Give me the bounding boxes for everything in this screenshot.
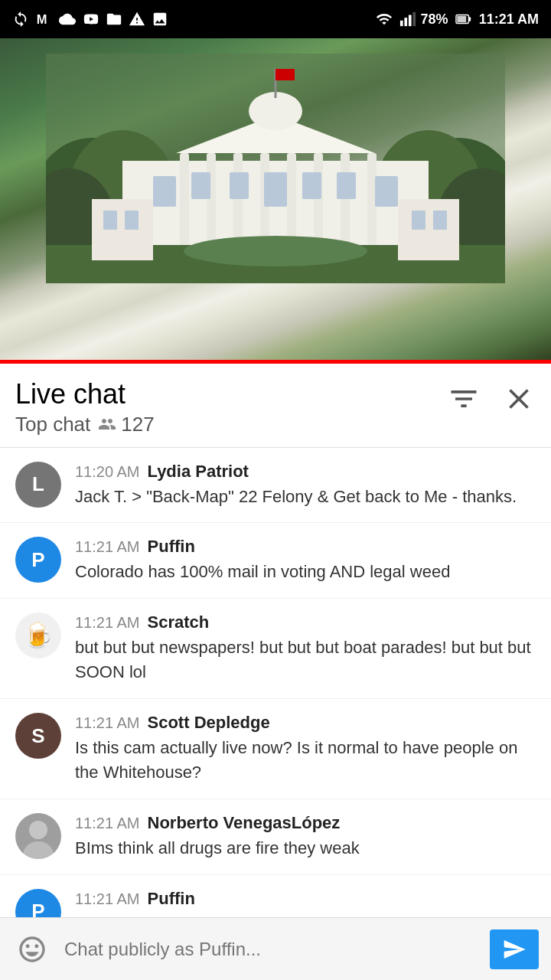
chat-messages-list: L 11:20 AM Lydia Patriot Jack T. > "Back… bbox=[0, 448, 551, 980]
svg-rect-4 bbox=[412, 12, 416, 26]
svg-rect-26 bbox=[260, 96, 291, 119]
message-author: Norberto VenegasLópez bbox=[148, 813, 341, 833]
svg-rect-43 bbox=[433, 211, 447, 230]
sync-icon bbox=[12, 11, 29, 28]
person-icon bbox=[98, 415, 116, 433]
svg-rect-38 bbox=[92, 199, 153, 260]
chat-header-actions bbox=[447, 379, 536, 416]
folder-icon bbox=[106, 11, 122, 28]
cloud-icon bbox=[58, 11, 77, 28]
chat-input[interactable] bbox=[64, 929, 478, 969]
message-text: Jack T. > "Back-Map" 22 Felony & Get bac… bbox=[75, 485, 536, 509]
svg-rect-34 bbox=[337, 172, 356, 199]
message-author: Scratch bbox=[148, 612, 210, 632]
svg-point-37 bbox=[184, 236, 367, 266]
message-content: 11:20 AM Lydia Patriot Jack T. > "Back-M… bbox=[75, 462, 536, 509]
whitehouse-image bbox=[46, 54, 505, 283]
message-content: 11:21 AM Norberto VenegasLópez BIms thin… bbox=[75, 813, 536, 861]
message-text: BIms think all drugs are fire they weak bbox=[75, 836, 536, 861]
message-time: 11:21 AM bbox=[75, 815, 140, 832]
message-time: 11:20 AM bbox=[75, 463, 140, 481]
send-icon bbox=[502, 937, 527, 962]
svg-text:M: M bbox=[37, 12, 47, 26]
message-content: 11:21 AM Puffin Colorado has 100% mail i… bbox=[75, 537, 536, 584]
send-button[interactable] bbox=[490, 929, 539, 969]
message-text: Is this cam actually live now? Is it nor… bbox=[75, 736, 536, 785]
image-icon bbox=[152, 11, 168, 28]
emoji-button[interactable] bbox=[12, 929, 52, 969]
svg-rect-39 bbox=[398, 199, 459, 260]
message-time: 11:21 AM bbox=[75, 890, 140, 908]
chat-message: S 11:21 AM Scott Depledge Is this cam ac… bbox=[0, 699, 551, 799]
svg-rect-1 bbox=[400, 21, 403, 26]
time-display: 11:21 AM bbox=[479, 11, 539, 28]
filter-icon[interactable] bbox=[447, 382, 481, 416]
wifi-icon bbox=[373, 11, 395, 28]
chat-message: 11:21 AM Norberto VenegasLópez BIms thin… bbox=[0, 799, 551, 875]
svg-rect-32 bbox=[264, 172, 287, 207]
svg-rect-40 bbox=[103, 211, 117, 230]
emoji-icon bbox=[17, 934, 47, 965]
status-bar: M 78% 11:21 AM bbox=[0, 0, 551, 38]
svg-rect-3 bbox=[409, 15, 412, 27]
message-time: 11:21 AM bbox=[75, 538, 140, 556]
live-chat-title: Live chat bbox=[15, 379, 155, 410]
svg-point-45 bbox=[23, 841, 54, 859]
svg-rect-41 bbox=[125, 211, 139, 230]
message-text: Colorado has 100% mail in voting AND leg… bbox=[75, 560, 536, 584]
svg-rect-16 bbox=[180, 153, 189, 260]
message-author: Puffin bbox=[148, 889, 195, 909]
avatar: S bbox=[15, 713, 61, 759]
video-player[interactable] bbox=[0, 38, 551, 360]
battery-icon bbox=[453, 11, 474, 28]
avatar: P bbox=[15, 537, 61, 583]
svg-point-44 bbox=[29, 821, 47, 839]
message-content: 11:21 AM Scratch but but but newspapers!… bbox=[75, 612, 536, 684]
svg-rect-28 bbox=[276, 69, 295, 80]
battery-text: 78% bbox=[421, 11, 448, 28]
message-text: but but but newspapers! but but but boat… bbox=[75, 635, 536, 684]
chat-title-section: Live chat Top chat 127 bbox=[15, 379, 155, 436]
svg-rect-31 bbox=[230, 172, 249, 199]
svg-rect-29 bbox=[153, 176, 176, 207]
chat-input-bar bbox=[0, 917, 551, 980]
notification-icons: M bbox=[12, 11, 168, 28]
message-time: 11:21 AM bbox=[75, 614, 140, 632]
svg-rect-2 bbox=[404, 18, 407, 26]
avatar: 🍺 bbox=[15, 612, 61, 658]
svg-rect-33 bbox=[302, 172, 321, 199]
svg-rect-42 bbox=[412, 211, 425, 230]
status-indicators: 78% 11:21 AM bbox=[373, 11, 539, 28]
svg-rect-30 bbox=[191, 172, 210, 199]
signal-icon bbox=[399, 11, 416, 28]
svg-rect-7 bbox=[457, 16, 466, 22]
chat-message: P 11:21 AM Puffin Colorado has 100% mail… bbox=[0, 523, 551, 599]
viewer-count-number: 127 bbox=[121, 413, 154, 436]
message-author: Puffin bbox=[148, 537, 195, 557]
chat-header: Live chat Top chat 127 bbox=[0, 364, 551, 436]
svg-rect-23 bbox=[367, 153, 377, 260]
chat-message: L 11:20 AM Lydia Patriot Jack T. > "Back… bbox=[0, 448, 551, 524]
chat-message: 🍺 11:21 AM Scratch but but but newspaper… bbox=[0, 599, 551, 699]
message-content: 11:21 AM Scott Depledge Is this cam actu… bbox=[75, 713, 536, 785]
message-author: Scott Depledge bbox=[148, 713, 270, 733]
m-icon: M bbox=[35, 11, 52, 28]
youtube-icon bbox=[83, 11, 99, 28]
message-author: Lydia Patriot bbox=[148, 462, 249, 482]
svg-rect-35 bbox=[375, 176, 398, 207]
avatar bbox=[15, 813, 61, 859]
alert-icon bbox=[129, 11, 145, 28]
svg-rect-6 bbox=[468, 17, 471, 21]
avatar: L bbox=[15, 462, 61, 508]
message-time: 11:21 AM bbox=[75, 714, 140, 732]
viewer-count: 127 bbox=[98, 413, 154, 436]
top-chat-label[interactable]: Top chat bbox=[15, 413, 90, 436]
close-icon[interactable] bbox=[502, 382, 536, 416]
